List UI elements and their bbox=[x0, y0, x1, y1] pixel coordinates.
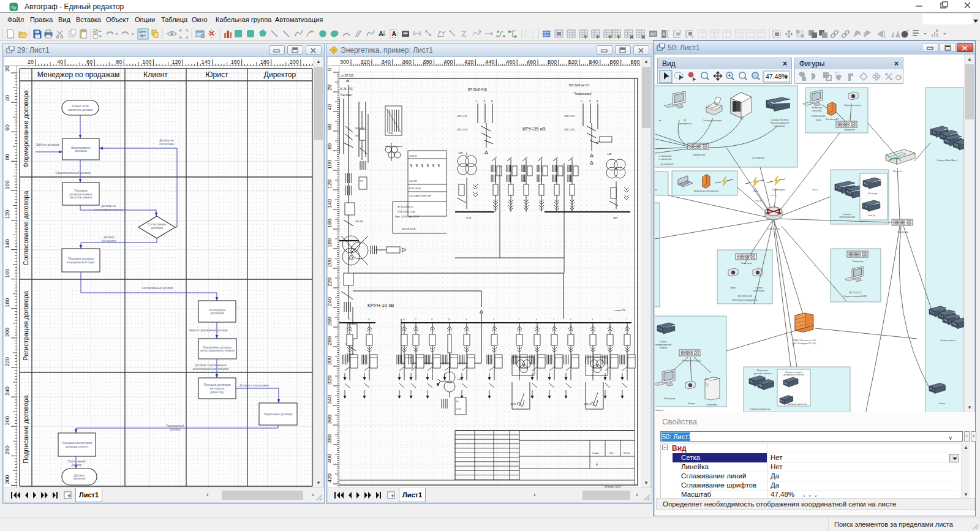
svg-text:14: 14 bbox=[368, 318, 370, 321]
svg-text:ОВЛ2 1-й ПФ: ОВЛ2 1-й ПФ bbox=[564, 129, 575, 131]
svg-text:Менеджер по продажам: Менеджер по продажам bbox=[37, 70, 119, 79]
svg-text:220: 220 bbox=[328, 277, 333, 287]
svg-text:зс компьютеры: зс компьютеры bbox=[659, 155, 672, 157]
svg-text:договор: договор bbox=[72, 464, 82, 467]
svg-text:180: 180 bbox=[260, 59, 270, 65]
svg-text:Видеорегистратор: Видеорегистратор bbox=[845, 104, 861, 107]
svg-text:360: 360 bbox=[402, 59, 412, 65]
svg-text:ЗНВ/0,5: ЗНВ/0,5 bbox=[584, 403, 590, 405]
svg-text:АПКШ ««Континент»» 3.5: АПКШ ««Континент»» 3.5 bbox=[793, 339, 816, 342]
svg-text:ТРН: ТРН bbox=[360, 180, 363, 183]
svg-text:согласование клиенту: согласование клиенту bbox=[94, 208, 123, 211]
svg-text:Ю-35, 35 кВ: Ю-35, 35 кВ bbox=[409, 187, 421, 190]
svg-text:Договор: Договор bbox=[104, 236, 115, 239]
svg-text:договора клиенту: договора клиенту bbox=[66, 445, 89, 448]
svg-text:520: 520 bbox=[568, 59, 578, 65]
svg-text:ТСН-1: ТСН-1 bbox=[457, 378, 462, 381]
svg-text:дисп-недвиж: дисп-недвиж bbox=[753, 290, 764, 292]
svg-text:договора: договора bbox=[75, 149, 87, 153]
svg-text:Сервер: Сервер bbox=[660, 341, 666, 343]
svg-text:web, ftp: web, ftp bbox=[868, 214, 875, 217]
svg-text:A: A bbox=[663, 32, 666, 36]
svg-text:20: 20 bbox=[328, 85, 333, 91]
svg-text:заключить договор: заключить договор bbox=[68, 108, 93, 111]
svg-text:ТчВМ: ТчВМ bbox=[607, 153, 612, 156]
svg-text:Лист: Лист bbox=[609, 452, 614, 454]
svg-text:360: 360 bbox=[328, 415, 333, 424]
svg-text:Коммутатор: Коммутатор bbox=[844, 129, 854, 131]
svg-text:договоров: договоров bbox=[211, 312, 224, 315]
svg-text:60: 60 bbox=[86, 59, 92, 65]
svg-text:сеть вз: сеть вз bbox=[755, 200, 761, 202]
svg-text:Коммутатор: Коммутатор bbox=[693, 154, 705, 156]
svg-text:4И13 кВ, 630 А: 4И13 кВ, 630 А bbox=[402, 228, 416, 230]
svg-text:ТчВМ: ТчВМ bbox=[458, 152, 463, 154]
svg-text:40: 40 bbox=[4, 95, 10, 101]
svg-text:Передача договора: Передача договора bbox=[68, 257, 94, 260]
svg-text:13: 13 bbox=[402, 318, 405, 321]
svg-text:секция К1К: секция К1К bbox=[614, 309, 626, 312]
svg-text:A: A bbox=[392, 30, 397, 37]
svg-text:260: 260 bbox=[4, 416, 10, 425]
svg-text:80: 80 bbox=[4, 154, 10, 160]
svg-text:!: ! bbox=[333, 48, 335, 53]
svg-text:ОВЛ1 1-й ПФ: ОВЛ1 1-й ПФ bbox=[457, 129, 467, 131]
svg-text:на согласование: на согласование bbox=[70, 196, 92, 199]
svg-text:200: 200 bbox=[290, 59, 299, 65]
svg-text:сеть-сз: сеть-сз bbox=[812, 189, 819, 191]
svg-text:Подписанный: Подписанный bbox=[67, 459, 86, 463]
svg-text:140: 140 bbox=[328, 199, 333, 208]
svg-text:Прив. +4201В, укр.+4201В: Прив. +4201В, укр.+4201В bbox=[395, 216, 419, 218]
svg-text:198.192.21.0/24: 198.192.21.0/24 bbox=[737, 295, 752, 298]
svg-text:120: 120 bbox=[328, 179, 333, 189]
svg-text:280: 280 bbox=[4, 445, 10, 454]
svg-text:Мобильные пользователи: Мобильные пользователи bbox=[694, 190, 718, 192]
svg-text:РУ: РУ bbox=[456, 401, 459, 403]
svg-text:Передача экземпляров: Передача экземпляров bbox=[62, 442, 92, 445]
svg-text:Согласованный договор: Согласованный договор bbox=[141, 286, 173, 290]
svg-text:420: 420 bbox=[464, 59, 473, 65]
svg-text:Регистрация договора: Регистрация договора bbox=[22, 290, 29, 361]
svg-text:удаленных клиентов: удаленных клиентов bbox=[754, 372, 772, 375]
svg-text:Клиент готов: Клиент готов bbox=[72, 105, 89, 108]
svg-text:0: 0 bbox=[328, 68, 333, 71]
svg-text:ЗНВ/0,5: ЗНВ/0,5 bbox=[510, 403, 516, 405]
svg-text:Клиент: Клиент bbox=[143, 70, 168, 79]
svg-text:80: 80 bbox=[328, 143, 333, 149]
svg-text:А: А bbox=[379, 30, 383, 37]
svg-text:35 кВ, 630 А, 25 кА: 35 кВ, 630 А, 25 кА bbox=[398, 211, 415, 213]
svg-text:"Пестово": "Пестово" bbox=[340, 94, 353, 97]
svg-text:от ВЛ 110: от ВЛ 110 bbox=[341, 74, 354, 77]
svg-text:Сервера для удаленных: Сервера для удаленных bbox=[787, 403, 807, 405]
svg-text:320: 320 bbox=[361, 59, 370, 65]
svg-text:200: 200 bbox=[328, 258, 333, 267]
svg-text:60: 60 bbox=[4, 124, 10, 130]
svg-text:ip-телефония: ip-телефония bbox=[752, 157, 764, 159]
svg-text:Коммутатор: Коммутатор bbox=[741, 262, 752, 265]
svg-text:320: 320 bbox=[328, 375, 333, 385]
svg-text:Сертификаты: Сертификаты bbox=[678, 122, 692, 125]
svg-text:60: 60 bbox=[328, 124, 333, 130]
svg-text:480: 480 bbox=[527, 59, 536, 65]
svg-text:кВ: кВ bbox=[346, 80, 349, 83]
svg-text:20: 20 bbox=[4, 66, 10, 72]
svg-text:Ж 26 - ПС: Ж 26 - ПС bbox=[340, 88, 353, 91]
svg-text:договора: договора bbox=[151, 227, 163, 230]
svg-text:120: 120 bbox=[172, 59, 181, 65]
svg-text:160: 160 bbox=[4, 269, 10, 278]
svg-text:Директору: Директору bbox=[210, 391, 224, 394]
svg-text:300: 300 bbox=[4, 475, 10, 484]
svg-text:140: 140 bbox=[4, 239, 10, 249]
svg-text:ВЛ-35кВ КНД: ВЛ-35кВ КНД bbox=[468, 88, 487, 91]
svg-text:380: 380 bbox=[423, 59, 432, 65]
svg-text:Усилок: Усилок bbox=[939, 402, 946, 405]
svg-text:100: 100 bbox=[328, 160, 333, 169]
svg-text:560: 560 bbox=[610, 59, 619, 65]
svg-text:НаулевскаяБанк 8: НаулевскаяБанк 8 bbox=[771, 122, 790, 124]
svg-text:в юридический отдел: в юридический отдел bbox=[67, 260, 95, 264]
svg-text:260: 260 bbox=[328, 317, 333, 326]
svg-text:согласован: согласован bbox=[159, 143, 175, 146]
svg-text:Контейнер А/Т: Контейнер А/Т bbox=[826, 118, 839, 121]
svg-text:Формирование договора: Формирование договора bbox=[22, 89, 29, 167]
svg-text:192.166.42.0/24: 192.166.42.0/24 bbox=[812, 115, 826, 118]
